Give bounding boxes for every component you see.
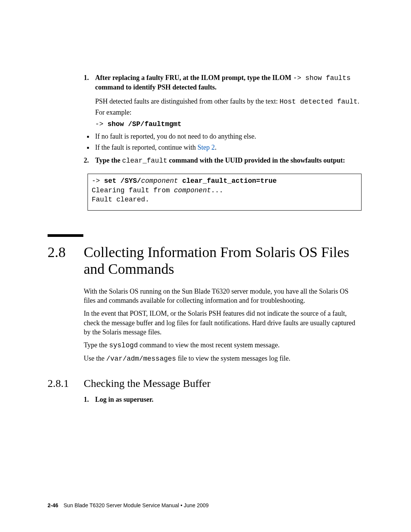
step-number: 1. — [84, 395, 89, 404]
section-number: 2.8 — [48, 244, 84, 260]
code-action: clear_fault_action=true — [178, 177, 277, 185]
bullet-text: If the fault is reported, continue with — [95, 144, 198, 151]
document-page: 1. After replacing a faulty FRU, at the … — [0, 0, 411, 532]
step-text: Type the — [95, 157, 122, 164]
step-list-2: 2. Type the clear_fault command with the… — [84, 156, 362, 165]
bullet-list: If no fault is reported, you do not need… — [84, 132, 362, 152]
step-text: After replacing a faulty FRU, at the ILO… — [95, 74, 293, 81]
code-set: set /SYS/ — [104, 177, 141, 185]
code-cleared: Fault cleared. — [92, 196, 149, 203]
step-text-cont: command to identify PSH detected faults. — [95, 83, 217, 91]
code-clearing: Clearing fault from — [92, 187, 174, 194]
syslogd-cmd: syslogd — [109, 342, 138, 349]
main-content: 1. After replacing a faulty FRU, at the … — [84, 73, 362, 211]
host-detected-fault: Host detected fault — [279, 98, 357, 105]
bullet-item-fault: If the fault is reported, continue with … — [95, 143, 362, 152]
psh-note: PSH detected faults are distinguished fr… — [95, 97, 362, 106]
footer-text: Sun Blade T6320 Server Module Service Ma… — [64, 502, 209, 508]
p4-text-b: file to view the system messages log fil… — [176, 355, 290, 362]
code-dots: ... — [211, 187, 223, 194]
page-number: 2-46 — [48, 502, 58, 508]
bullet-item-no-fault: If no fault is reported, you do not need… — [95, 132, 362, 141]
subsection-heading: 2.8.1 Checking the Message Buffer — [48, 377, 362, 390]
step-list-1: 1. After replacing a faulty FRU, at the … — [84, 73, 362, 92]
step-number: 2. — [84, 156, 89, 165]
section-p1: With the Solaris OS running on the Sun B… — [84, 287, 362, 305]
section-body: With the Solaris OS running on the Sun B… — [84, 287, 362, 364]
section-heading: 2.8 Collecting Information From Solaris … — [48, 244, 362, 277]
clear-fault-cmd: clear_fault — [122, 157, 167, 165]
example-cmd-text: show /SP/faultmgmt — [104, 120, 182, 128]
for-example: For example: — [95, 108, 362, 117]
section-p4: Use the /var/adm/messages file to view t… — [84, 354, 362, 363]
step-text: Log in as superuser. — [95, 396, 153, 403]
step-2: 2. Type the clear_fault command with the… — [95, 156, 362, 165]
step2-link[interactable]: Step 2 — [198, 144, 215, 151]
psh-note-text: PSH detected faults are distinguished fr… — [95, 97, 279, 105]
bullet-period: . — [215, 144, 217, 151]
p4-text-a: Use the — [84, 355, 106, 362]
code-block: -> set /SYS/component clear_fault_action… — [88, 174, 362, 211]
p3-text-b: command to view the most recent system m… — [138, 341, 279, 349]
section-divider — [48, 234, 83, 237]
period: . — [358, 97, 360, 105]
page-footer: 2-46Sun Blade T6320 Server Module Servic… — [48, 502, 209, 508]
p3-text-a: Type the — [84, 341, 109, 349]
step-text-cont: command with the UUID provided in the sh… — [167, 157, 345, 164]
code-component2: component — [174, 187, 211, 194]
code-arrow: -> — [92, 177, 104, 185]
subsection-steps: 1. Log in as superuser. — [84, 395, 362, 404]
step-number: 1. — [84, 73, 89, 82]
subsection-body: 1. Log in as superuser. — [84, 395, 362, 404]
section-p3: Type the syslogd command to view the mos… — [84, 340, 362, 350]
section-p2: In the event that POST, ILOM, or the Sol… — [84, 309, 362, 337]
ilom-arrow: -> — [293, 74, 301, 82]
sub-step-1: 1. Log in as superuser. — [95, 395, 362, 404]
show-faults-cmd: show faults — [301, 74, 351, 82]
messages-path: /var/adm/messages — [106, 355, 176, 363]
code-component: component — [141, 177, 178, 185]
step-1: 1. After replacing a faulty FRU, at the … — [95, 73, 362, 92]
subsection-title: Checking the Message Buffer — [84, 377, 210, 390]
example-command: -> show /SP/faultmgmt — [95, 119, 362, 129]
example-arrow: -> — [95, 120, 104, 128]
subsection-number: 2.8.1 — [48, 377, 84, 390]
section-title: Collecting Information From Solaris OS F… — [84, 244, 362, 277]
